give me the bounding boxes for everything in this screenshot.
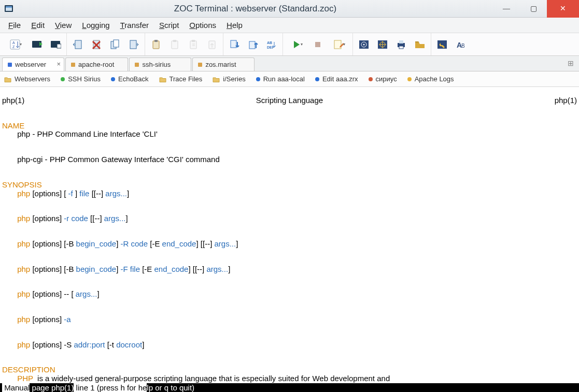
toolbar-doc-copy[interactable]	[107, 37, 123, 52]
tab-ssh-sirius[interactable]: ssh-sirius	[129, 57, 191, 71]
svg-rect-22	[231, 40, 236, 48]
svg-rect-13	[114, 40, 119, 47]
toolbar-edit-script[interactable]: ▾	[329, 37, 349, 52]
man-header-left: php(1)	[2, 96, 24, 105]
chevron-down-icon: ▾	[343, 42, 345, 47]
quick-сириус[interactable]: сириус	[369, 75, 397, 83]
menu-file[interactable]: File	[3, 19, 26, 32]
toolbar-download[interactable]	[227, 37, 242, 52]
bullet-icon	[111, 77, 115, 81]
toolbar-font-ab[interactable]: AB	[453, 37, 469, 52]
svg-rect-20	[192, 40, 195, 42]
quick-i/series[interactable]: i/Series	[213, 75, 245, 83]
tab-status-icon	[135, 63, 139, 67]
toolbar-upload[interactable]	[245, 37, 261, 52]
menu-view[interactable]: View	[50, 19, 77, 32]
quickbar: WebserversSSH SiriusEchoBackTrace Filesi…	[0, 71, 579, 87]
tab-label: apache-root	[78, 61, 114, 68]
tab-apache-root[interactable]: apache-root	[65, 57, 128, 71]
toolbar-play[interactable]: ▾	[286, 37, 307, 52]
quick-label: EchoBack	[118, 75, 149, 83]
menubar: File Edit View Logging Transfer Script O…	[0, 18, 579, 33]
svg-rect-35	[399, 40, 403, 43]
toolbar-target-alt[interactable]	[375, 37, 390, 52]
tab-webserver[interactable]: webserver×	[2, 57, 64, 71]
app-icon	[4, 4, 13, 13]
toolbar-doc-delete[interactable]	[89, 37, 104, 52]
quick-webservers[interactable]: Webservers	[4, 75, 50, 83]
man-header-right: php(1)	[555, 96, 577, 105]
close-button[interactable]: ✕	[547, 0, 579, 18]
menu-transfer[interactable]: Transfer	[115, 19, 154, 32]
toolbar-az-sort[interactable]: AZ▾	[5, 37, 26, 52]
toolbar-target[interactable]	[356, 37, 372, 52]
quick-trace-files[interactable]: Trace Files	[159, 75, 203, 83]
tab-status-icon	[8, 63, 12, 67]
toolbar-tool-wrench[interactable]	[434, 37, 450, 52]
quick-label: Apache Logs	[415, 75, 454, 83]
maximize-button[interactable]: ▢	[520, 0, 547, 18]
quick-run-aaa-local[interactable]: Run aaa-local	[256, 75, 305, 83]
quick-label: Edit aaa.zrx	[322, 75, 358, 83]
name-line-2: php-cgi - PHP Common Gateway Interface '…	[17, 155, 220, 164]
tab-label: ssh-sirius	[142, 61, 171, 68]
folder-icon	[4, 76, 11, 83]
svg-text:Z: Z	[12, 45, 15, 49]
toolbar-folder-open[interactable]	[412, 37, 428, 52]
toolbar-host-new[interactable]	[29, 37, 45, 52]
toolbar-paste[interactable]	[148, 37, 164, 52]
minimize-button[interactable]: —	[493, 0, 520, 18]
tab-zos.marist[interactable]: zos.marist	[192, 57, 255, 71]
svg-rect-18	[173, 40, 176, 42]
svg-rect-23	[249, 41, 255, 49]
toolbar-abc-def[interactable]: ABDEF	[264, 37, 279, 52]
bullet-icon	[315, 77, 319, 81]
man-header-center: Scripting Language	[24, 96, 554, 105]
quick-label: Webservers	[15, 75, 50, 83]
toolbar: AZ▾ABDEF▾▾AB	[0, 33, 579, 56]
chevron-down-icon: ▾	[301, 42, 303, 47]
bullet-icon	[256, 77, 260, 81]
tab-overview-icon[interactable]: ⊞	[568, 59, 574, 67]
section-name: NAME	[2, 121, 24, 130]
menu-options[interactable]: Options	[184, 19, 221, 32]
tab-label: webserver	[15, 61, 46, 68]
svg-rect-2	[6, 6, 12, 8]
svg-rect-9	[57, 44, 61, 48]
quick-ssh-sirius[interactable]: SSH Sirius	[61, 75, 101, 83]
svg-marker-26	[294, 41, 300, 48]
toolbar-printer[interactable]	[393, 37, 409, 52]
menu-logging[interactable]: Logging	[77, 19, 115, 32]
svg-rect-17	[172, 41, 178, 49]
terminal-output[interactable]: php(1)Scripting Languagephp(1) NAME php …	[0, 87, 579, 383]
quick-apache-logs[interactable]: Apache Logs	[407, 75, 454, 83]
svg-text:A: A	[12, 41, 15, 45]
menu-edit[interactable]: Edit	[26, 19, 50, 32]
quick-label: Trace Files	[170, 75, 203, 83]
toolbar-clipboard-up[interactable]	[204, 37, 220, 52]
menu-help[interactable]: Help	[221, 19, 248, 32]
svg-rect-3	[10, 40, 20, 49]
toolbar-stop[interactable]	[310, 37, 326, 52]
svg-rect-19	[190, 41, 196, 49]
tab-status-icon	[71, 63, 75, 67]
tab-status-icon	[198, 63, 202, 67]
toolbar-clipboard[interactable]	[186, 37, 201, 52]
quick-edit-aaa.zrx[interactable]: Edit aaa.zrx	[315, 75, 358, 83]
quick-label: сириус	[376, 75, 397, 83]
menu-script[interactable]: Script	[154, 19, 184, 32]
svg-point-31	[363, 43, 365, 45]
section-description: DESCRIPTION	[2, 365, 55, 374]
svg-rect-14	[130, 40, 136, 49]
tab-close-icon[interactable]: ×	[57, 60, 61, 68]
status-line: Manual page php(1) line 1 (press h for h…	[0, 383, 579, 392]
toolbar-host-list[interactable]	[48, 37, 63, 52]
toolbar-doc-right[interactable]	[126, 37, 142, 52]
window-title: ZOC Terminal : webserver (Standard.zoc)	[18, 4, 493, 14]
toolbar-doc-left[interactable]	[70, 37, 86, 52]
bullet-icon	[61, 77, 65, 81]
quick-label: i/Series	[223, 75, 245, 83]
tab-label: zos.marist	[205, 61, 236, 68]
quick-echoback[interactable]: EchoBack	[111, 75, 149, 83]
toolbar-paste-plain[interactable]	[167, 37, 182, 52]
